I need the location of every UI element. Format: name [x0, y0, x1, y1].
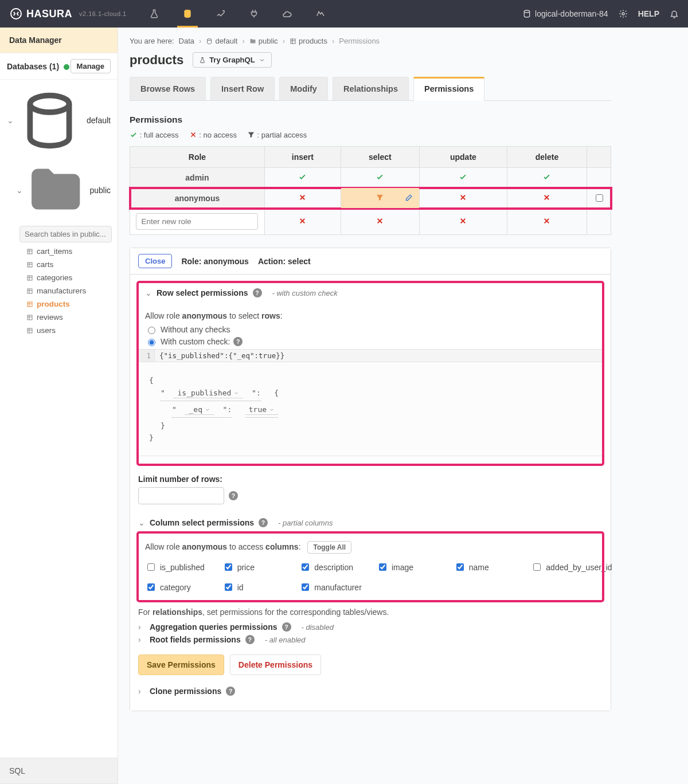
sidebar-table-users[interactable]: users: [0, 324, 118, 337]
actions-icon[interactable]: [212, 0, 230, 28]
row-permissions-heading: Row select permissions: [157, 288, 248, 297]
column-price[interactable]: price: [222, 562, 287, 573]
radio-without-checks[interactable]: Without any checks: [145, 325, 596, 334]
sql-link[interactable]: SQL: [0, 758, 118, 784]
project-selector[interactable]: logical-doberman-84: [522, 9, 608, 18]
version-text: v2.16.1-cloud.1: [79, 10, 127, 17]
help-icon[interactable]: ?: [233, 337, 243, 346]
sidebar-table-manufacturers[interactable]: manufacturers: [0, 284, 118, 297]
svg-point-3: [622, 13, 624, 15]
tabs: Browse RowsInsert RowModifyRelationships…: [130, 77, 611, 101]
sidebar-table-carts[interactable]: carts: [0, 258, 118, 271]
column-name[interactable]: name: [454, 562, 519, 573]
permissions-table: Roleinsertselectupdatedelete admin anony…: [130, 146, 611, 235]
radio-custom-check[interactable]: With custom check: ?: [145, 337, 596, 346]
role-cell: admin: [130, 168, 265, 188]
svg-rect-11: [28, 328, 32, 333]
cloud-icon[interactable]: [278, 0, 296, 28]
sidebar-table-reviews[interactable]: reviews: [0, 311, 118, 324]
breadcrumb-public[interactable]: public: [249, 37, 278, 45]
tab-insert-row[interactable]: Insert Row: [210, 77, 275, 100]
chevron-down-icon[interactable]: ⌄: [145, 288, 152, 297]
delete-role-checkbox[interactable]: [596, 194, 603, 202]
chevron-down-icon[interactable]: ⌄: [138, 518, 145, 527]
sidebar-table-categories[interactable]: categories: [0, 271, 118, 284]
chevron-down-icon: ⌄: [16, 186, 22, 195]
table-row-admin: admin: [130, 168, 611, 188]
svg-point-0: [11, 9, 21, 19]
flask-icon[interactable]: [145, 0, 163, 28]
breadcrumb-products[interactable]: products: [290, 37, 327, 45]
row-hint: - with custom check: [272, 289, 338, 297]
tab-browse-rows[interactable]: Browse Rows: [130, 77, 206, 100]
gear-icon[interactable]: [619, 9, 628, 18]
filter-json[interactable]: {"is_published":{"_eq":true}}: [155, 350, 289, 362]
chevron-right-icon[interactable]: ›: [138, 635, 145, 644]
monitor-icon[interactable]: [311, 0, 330, 28]
table-row-anonymous: anonymous: [130, 188, 611, 209]
new-role-input[interactable]: [136, 213, 258, 230]
tree-node-public[interactable]: ⌄ public: [0, 157, 118, 224]
permission-editor-panel: Close Role: anonymous Action: select ⌄ R…: [130, 248, 611, 711]
legend: : full access : no access : partial acce…: [130, 131, 611, 139]
database-icon[interactable]: [178, 0, 197, 28]
help-icon[interactable]: ?: [229, 491, 238, 500]
try-graphql-button[interactable]: Try GraphQL: [193, 52, 271, 68]
save-permissions-button[interactable]: Save Permissions: [138, 654, 224, 675]
filter-builder[interactable]: { " is_published ": { " _eq ": true } }: [139, 362, 602, 456]
svg-rect-9: [28, 302, 32, 307]
column-description[interactable]: description: [299, 562, 364, 573]
agg-permissions-heading[interactable]: Aggregation queries permissions: [150, 622, 277, 632]
col-insert: insert: [264, 147, 341, 168]
column-category[interactable]: category: [145, 582, 210, 593]
chevron-down-icon: [259, 57, 265, 64]
toggle-all-button[interactable]: Toggle All: [307, 541, 351, 554]
help-icon[interactable]: ?: [253, 288, 262, 297]
logo: HASURA v2.16.1-cloud.1: [9, 7, 127, 21]
sidebar-table-cart_items[interactable]: cart_items: [0, 245, 118, 258]
svg-rect-8: [28, 289, 32, 293]
plug-icon[interactable]: [245, 0, 263, 28]
chevron-right-icon[interactable]: ›: [138, 622, 145, 632]
svg-rect-6: [28, 262, 32, 267]
databases-row: Databases (1) Manage: [0, 53, 118, 80]
column-added_by_user_id[interactable]: added_by_user_id: [531, 562, 596, 573]
manage-button[interactable]: Manage: [71, 59, 111, 73]
help-link[interactable]: HELP: [638, 9, 659, 18]
column-image[interactable]: image: [377, 562, 441, 573]
chevron-right-icon[interactable]: ›: [138, 687, 145, 696]
column-is_published[interactable]: is_published: [145, 562, 210, 573]
check-icon: [130, 131, 138, 139]
breadcrumb-label: You are here:: [130, 37, 174, 45]
tab-relationships[interactable]: Relationships: [333, 77, 409, 100]
column-manufacturer[interactable]: manufacturer: [299, 582, 364, 593]
help-icon[interactable]: ?: [226, 687, 235, 696]
help-icon[interactable]: ?: [259, 518, 268, 527]
breadcrumb-permissions: Permissions: [339, 37, 380, 45]
search-input[interactable]: [19, 226, 112, 242]
tab-modify[interactable]: Modify: [279, 77, 328, 100]
row-permissions-box: ⌄ Row select permissions ? - with custom…: [138, 283, 603, 464]
clone-permissions-heading[interactable]: Clone permissions: [150, 687, 221, 696]
sidebar-table-products[interactable]: products: [0, 297, 118, 311]
svg-rect-13: [291, 39, 295, 44]
table-row-new: [130, 209, 611, 235]
bell-icon[interactable]: [670, 9, 679, 18]
tree-node-default[interactable]: ⌄ default: [0, 84, 118, 157]
limit-input[interactable]: [138, 487, 224, 504]
select-permission-cell[interactable]: [341, 188, 419, 209]
root-permissions-heading[interactable]: Root fields permissions: [150, 635, 241, 644]
delete-permissions-button[interactable]: Delete Permissions: [230, 654, 321, 675]
help-icon[interactable]: ?: [282, 622, 291, 632]
permissions-heading: Permissions: [130, 115, 611, 125]
topbar-right: logical-doberman-84 HELP: [522, 9, 679, 18]
help-icon[interactable]: ?: [245, 635, 255, 644]
svg-rect-7: [28, 276, 32, 280]
column-id[interactable]: id: [222, 582, 287, 593]
tab-permissions[interactable]: Permissions: [413, 77, 484, 100]
close-button[interactable]: Close: [138, 254, 172, 268]
breadcrumb-default[interactable]: default: [206, 37, 237, 45]
edit-icon[interactable]: [405, 193, 413, 203]
schema-name: public: [89, 186, 111, 195]
breadcrumb-data[interactable]: Data: [179, 37, 194, 45]
